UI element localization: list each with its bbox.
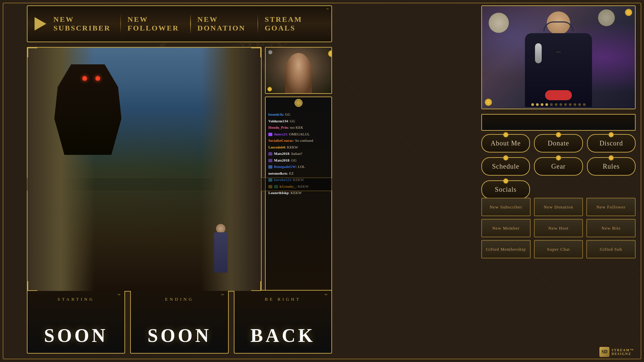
scene-label-top-1: STARTING — [57, 297, 94, 302]
person-torso: ~~ — [525, 33, 592, 107]
lamp-1 — [489, 13, 509, 33]
sd-logo: SD — [599, 347, 609, 357]
chat-username-9: RenegadeGW — [274, 165, 296, 169]
banner-tab-new-donation[interactable]: New Donation — [191, 12, 258, 35]
dot-4 — [545, 103, 548, 106]
nav-row-3: Socials — [481, 180, 636, 199]
corner-tl — [27, 47, 37, 57]
player-figure — [207, 224, 234, 284]
alert-row-1: New Subscriber New Donation New Follower — [481, 198, 636, 216]
chat-username-10: notsmolkcts — [268, 171, 287, 175]
sd-logo-text: SD — [601, 349, 607, 355]
alert-new-member-label: New Member — [492, 226, 520, 231]
alert-new-subscriber[interactable]: New Subscriber — [481, 198, 531, 216]
banner-tab-stream-goals[interactable]: Stream Goals — [258, 12, 325, 35]
gear-button[interactable]: Gear — [534, 157, 583, 176]
right-panel: boomk1k: GG Valdurm134: GG Hondu_Prin: t… — [265, 47, 332, 292]
scene-label-bottom-1: SOON — [44, 325, 108, 346]
socials-button[interactable]: Socials — [481, 180, 530, 199]
monster-eyes — [83, 76, 100, 81]
coin-socials — [503, 178, 508, 184]
chat-msg-7: Mats2018: Italian? — [268, 151, 329, 157]
alert-new-host[interactable]: New Host — [534, 219, 583, 237]
about-me-button[interactable]: About Me — [481, 134, 530, 153]
tab-label-stream-goals: Stream Goals — [265, 15, 318, 33]
schedule-button[interactable]: Schedule — [481, 157, 530, 176]
shirt-text: ~~ — [556, 50, 561, 55]
alert-grid: New Subscriber New Donation New Follower… — [481, 198, 636, 261]
scene-be-right-back[interactable]: ™ BE RIGHT BACK — [234, 290, 332, 354]
socials-label: Socials — [495, 186, 517, 193]
play-button[interactable] — [34, 15, 47, 32]
alert-new-donation[interactable]: New Donation — [534, 198, 583, 216]
alert-super-chat-label: Super Chat — [547, 247, 570, 252]
play-icon — [35, 17, 46, 31]
coin-schedule — [503, 155, 508, 161]
coin-gear — [556, 155, 561, 161]
chat-msg-1: boomk1k: GG — [268, 112, 329, 117]
alert-super-chat[interactable]: Super Chat — [534, 240, 583, 258]
coin-donate — [556, 132, 561, 137]
sd-branding: SD STREAM™ DESIGNZ — [599, 347, 634, 357]
nav-row-2: Schedule Gear Rules — [481, 157, 636, 176]
alert-new-bits[interactable]: New Bits — [586, 219, 636, 237]
donate-button[interactable]: Donate — [534, 134, 583, 153]
nav-buttons: About Me Donate Discord Schedule Gear — [481, 134, 636, 203]
donate-label: Donate — [548, 139, 569, 147]
dot-6 — [555, 103, 557, 106]
tab-label-new-donation: New Donation — [198, 15, 251, 33]
dot-10 — [574, 103, 576, 106]
schedule-label: Schedule — [492, 163, 519, 170]
scene-label-top-2: ENDING — [165, 297, 194, 302]
discord-button[interactable]: Discord — [587, 134, 636, 153]
chat-msg-3: Hondu_Prin: too KEK — [268, 125, 329, 130]
about-me-label: About Me — [491, 139, 521, 147]
alert-row-2: New Member New Host New Bits — [481, 219, 636, 237]
tab-label-new-follower: New Follower — [127, 15, 183, 33]
badge-8 — [268, 159, 272, 162]
dot-2 — [536, 103, 539, 106]
gear-label: Gear — [551, 163, 566, 170]
player-body — [214, 232, 227, 273]
alert-gifted-membership[interactable]: Gifted Membership — [481, 240, 531, 258]
monster-eye-left — [83, 76, 87, 81]
chat-shield-icon — [294, 99, 303, 107]
nav-row-1: About Me Donate Discord — [481, 134, 636, 153]
scene-label-bottom-2: SOON — [148, 325, 212, 346]
player-head — [216, 224, 225, 233]
dot-7 — [559, 103, 562, 106]
alert-new-donation-label: New Donation — [544, 204, 573, 210]
alert-new-follower[interactable]: New Follower — [586, 198, 636, 216]
corner-tr — [251, 47, 261, 57]
nav-placeholder-2 — [587, 180, 636, 199]
rules-button[interactable]: Rules — [587, 157, 636, 176]
chat-username-3: Hondu_Prin — [268, 125, 288, 129]
alert-new-host-label: New Host — [548, 226, 569, 231]
badge-7 — [268, 152, 272, 156]
alert-gifted-sub[interactable]: Gifted Sub — [586, 240, 636, 258]
scene-ending-soon[interactable]: ™ ENDING SOON — [130, 290, 228, 354]
dot-9 — [569, 103, 572, 106]
banner-tab-new-follower[interactable]: New Follower — [121, 12, 190, 35]
chat-username-2: Valdurm134 — [268, 119, 288, 123]
dot-3 — [541, 103, 543, 106]
webcam-small — [265, 47, 332, 94]
alert-new-bits-label: New Bits — [601, 226, 621, 231]
scene-tm-1: ™ — [118, 293, 121, 297]
coin-rules — [608, 155, 614, 161]
chat-msg-5: SocialistConrac: So confused — [268, 138, 329, 143]
top-banner: New Subscriber New Follower New Donation… — [27, 5, 332, 42]
chat-username-4: tluncs21 — [274, 132, 287, 136]
alert-gifted-membership-label: Gifted Membership — [486, 247, 526, 252]
nav-placeholder-1 — [534, 180, 583, 199]
corner-bl — [27, 281, 37, 291]
coin-bl — [267, 87, 272, 92]
alert-new-member[interactable]: New Member — [481, 219, 531, 237]
banner-tab-new-subscriber[interactable]: New Subscriber — [47, 12, 120, 35]
alert-new-follower-label: New Follower — [596, 204, 626, 210]
coin-about-me — [503, 132, 508, 137]
chat-username-8: Mats2018 — [274, 158, 289, 162]
text-input-area[interactable] — [481, 114, 636, 131]
scene-starting-soon[interactable]: ™ STARTING SOON — [27, 290, 125, 354]
discord-label: Discord — [599, 139, 623, 147]
